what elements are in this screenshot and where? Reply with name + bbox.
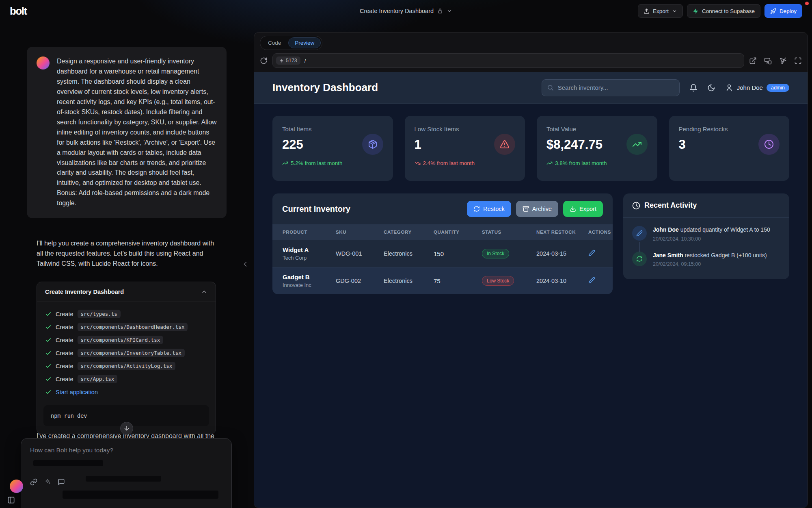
bell-icon[interactable] — [689, 84, 698, 92]
app-body: Total Items 225 5.2% from last month Low… — [254, 104, 808, 294]
page-title: Inventory Dashboard — [272, 81, 378, 94]
inventory-table: PRODUCT SKU CATEGORY QUANTITY STATUS NEX… — [272, 224, 613, 294]
alert-triangle-icon — [494, 134, 515, 155]
build-plan-card: Create Inventory Dashboard Create src/ty… — [37, 282, 216, 434]
dashboard-main-row: Current Inventory Restock Archive — [272, 193, 789, 294]
tab-preview[interactable]: Preview — [288, 37, 321, 48]
file-chip[interactable]: src/App.tsx — [78, 375, 118, 383]
file-chip[interactable]: src/components/ActivityLog.tsx — [78, 362, 176, 370]
plan-step: Create src/App.tsx — [45, 373, 207, 386]
restock-icon — [632, 252, 647, 266]
section-title: Current Inventory — [282, 204, 350, 214]
check-icon — [45, 337, 52, 343]
archive-button[interactable]: Archive — [516, 201, 558, 217]
list-item: Jane Smith restocked Gadget B (+100 unit… — [632, 252, 780, 277]
code-preview-toggle: Code Preview — [260, 36, 322, 50]
kpi-card-low-stock: Low Stock Items 1 2.4% from last month — [405, 116, 525, 181]
archive-icon — [523, 206, 529, 212]
chat-input[interactable] — [30, 447, 222, 454]
user-avatar — [37, 56, 50, 69]
redacted-text-block — [86, 476, 161, 482]
chat-icon[interactable] — [58, 478, 65, 486]
inventory-header: Current Inventory Restock Archive — [272, 193, 613, 224]
start-application-link[interactable]: Start application — [56, 389, 98, 395]
user-message: Design a responsive and user-friendly in… — [27, 47, 227, 218]
sparkles-icon[interactable] — [44, 478, 51, 486]
deploy-button[interactable]: Deploy — [764, 4, 802, 18]
activity-header: Recent Activity — [623, 193, 789, 218]
zap-icon — [279, 59, 284, 63]
role-badge: admin — [767, 84, 789, 92]
trend-down-icon — [415, 160, 421, 166]
project-title-menu[interactable]: Create Inventory Dashboard — [360, 8, 452, 14]
status-badge: Low Stock — [482, 276, 514, 286]
file-chip[interactable]: src/components/DashboardHeader.tsx — [78, 323, 188, 331]
column-header: QUANTITY — [434, 224, 482, 240]
kpi-card-pending-restocks: Pending Restocks 3 — [669, 116, 790, 181]
column-header: STATUS — [482, 224, 536, 240]
export-inventory-button[interactable]: Export — [563, 201, 603, 217]
edit-icon — [632, 226, 647, 241]
connect-supabase-button[interactable]: Connect to Supabase — [687, 4, 760, 18]
chevron-down-icon[interactable] — [447, 8, 452, 14]
kpi-card-total-items: Total Items 225 5.2% from last month — [272, 116, 393, 181]
notification-dot — [805, 2, 809, 5]
edit-icon[interactable] — [588, 250, 595, 256]
app-header: Inventory Dashboard John Doe admin — [254, 72, 808, 104]
refresh-icon — [473, 206, 480, 212]
plan-steps: Create src/types.ts Create src/component… — [37, 302, 216, 401]
scroll-down-button[interactable] — [120, 422, 133, 435]
fullscreen-icon[interactable] — [794, 57, 802, 65]
activity-list: John Doe updated quantity of Widget A to… — [623, 218, 789, 279]
plan-header[interactable]: Create Inventory Dashboard — [37, 282, 216, 302]
check-icon — [45, 350, 52, 356]
plan-step: Create src/components/ActivityLog.tsx — [45, 360, 207, 373]
export-button[interactable]: Export — [638, 4, 683, 18]
tab-code[interactable]: Code — [261, 37, 287, 48]
chat-panel: Design a responsive and user-friendly in… — [27, 22, 227, 508]
chevron-up-icon[interactable] — [201, 289, 207, 295]
responsive-devices-icon[interactable] — [764, 57, 772, 65]
inventory-search[interactable] — [542, 79, 680, 96]
file-chip[interactable]: src/types.ts — [78, 310, 121, 318]
sidebar-toggle-icon[interactable] — [7, 496, 15, 504]
clock-icon — [632, 202, 640, 210]
list-item: John Doe updated quantity of Widget A to… — [632, 226, 780, 252]
bolt-logo[interactable]: bolt — [10, 5, 27, 17]
check-icon — [45, 389, 52, 395]
recent-activity-card: Recent Activity John Doe updated quantit… — [623, 193, 789, 279]
kpi-card-total-value: Total Value $8,247.75 3.8% from last mon… — [537, 116, 657, 181]
column-header: ACTIONS — [588, 224, 613, 240]
account-avatar[interactable] — [10, 480, 23, 493]
file-chip[interactable]: src/components/InventoryTable.tsx — [78, 349, 185, 357]
timestamp: 20/02/2024, 10:30:00 — [653, 236, 770, 242]
file-chip[interactable]: src/components/KPICard.tsx — [78, 336, 164, 344]
user-icon — [725, 84, 733, 92]
check-icon — [45, 311, 52, 317]
plan-step: Create src/types.ts — [45, 308, 207, 321]
kpi-trend: 2.4% from last month — [415, 160, 516, 166]
open-external-icon[interactable] — [749, 57, 757, 65]
dark-mode-toggle-moon-icon[interactable] — [707, 84, 715, 92]
supabase-zap-icon — [693, 8, 699, 14]
refresh-icon[interactable] — [260, 57, 268, 65]
redacted-text-block — [33, 460, 103, 466]
table-row: Widget A Tech Corp WDG-001 Electronics 1… — [272, 240, 613, 267]
link-icon[interactable] — [30, 478, 37, 486]
url-path: / — [304, 58, 306, 64]
preview-panel: Code Preview 5173 / Inventory Dashboard — [254, 32, 808, 508]
check-icon — [45, 376, 52, 382]
user-menu[interactable]: John Doe admin — [725, 84, 789, 92]
export-icon — [644, 8, 650, 14]
inspector-off-icon[interactable] — [779, 57, 787, 65]
search-input[interactable] — [558, 84, 674, 91]
preview-address-bar[interactable]: 5173 / — [272, 53, 744, 68]
restock-button[interactable]: Restock — [467, 201, 511, 217]
top-bar: bolt Create Inventory Dashboard Export C… — [0, 0, 812, 22]
assistant-intro-text: I'll help you create a comprehensive inv… — [37, 239, 220, 269]
chat-input-card — [21, 438, 232, 508]
collapse-chat-chevron[interactable] — [241, 260, 249, 268]
plan-title: Create Inventory Dashboard — [45, 289, 124, 295]
edit-icon[interactable] — [588, 277, 595, 284]
clock-icon — [758, 134, 780, 155]
